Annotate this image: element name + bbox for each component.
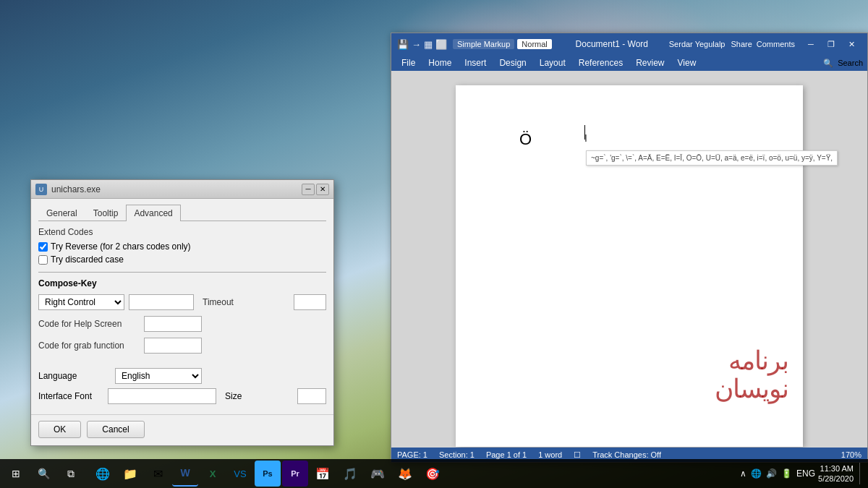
- word-window: 💾 → ▦ ⬜ Simple Markup Normal Document1 -…: [391, 33, 868, 463]
- word-watermark: برنامه نویسان: [715, 346, 788, 403]
- taskbar-premiere[interactable]: Pr: [282, 461, 308, 487]
- section-divider: [38, 272, 326, 273]
- extend-codes-label: Extend Codes: [38, 227, 326, 237]
- interface-font-label: Interface Font: [38, 391, 103, 401]
- word-page[interactable]: Ö I ~g=`, 'g=`, \=`, A=Ä, E=Ë, I=Ï, O=Ö,…: [456, 85, 803, 447]
- compose-key-select[interactable]: Right Control: [38, 294, 124, 310]
- unichar-dialog: U unichars.exe ─ ✕ General Tooltip Advan…: [30, 179, 334, 446]
- checkbox-try-reverse-row: Try Reverse (for 2 chars codes only): [38, 241, 326, 252]
- dialog-close-btn[interactable]: ✕: [316, 184, 329, 195]
- compose-key-header: Compose-Key: [38, 278, 326, 288]
- dialog-controls: ─ ✕: [302, 184, 329, 195]
- taskbar-word[interactable]: W: [172, 461, 198, 487]
- dialog-footer: OK Cancel: [31, 414, 333, 445]
- code-grab-input[interactable]: F2: [144, 338, 202, 354]
- taskbar-mail[interactable]: ✉: [145, 461, 171, 487]
- menu-view[interactable]: View: [672, 56, 702, 69]
- code-grab-row: Code for grab function F2: [38, 338, 326, 354]
- taskbar-ps[interactable]: Ps: [255, 461, 281, 487]
- compose-key-extra-input[interactable]: [129, 294, 194, 310]
- checkbox-try-reverse[interactable]: [38, 242, 48, 252]
- code-help-input[interactable]: F1: [144, 316, 202, 332]
- tray-lang[interactable]: ENG: [796, 468, 815, 479]
- start-button[interactable]: ⊞: [3, 461, 29, 487]
- menu-review[interactable]: Review: [630, 56, 670, 69]
- clock[interactable]: 11:30 AM 5/28/2020: [818, 463, 854, 484]
- word-minimize-btn[interactable]: ─: [801, 33, 821, 55]
- search-button[interactable]: 🔍: [30, 461, 56, 487]
- dialog-app-icon: U: [35, 184, 47, 195]
- interface-font-input[interactable]: Arial: [108, 388, 216, 404]
- font-row: Interface Font Arial Size 10: [38, 388, 326, 404]
- proofing-icon[interactable]: ☐: [574, 450, 581, 460]
- language-row: Language English: [38, 368, 326, 384]
- menu-design[interactable]: Design: [493, 56, 532, 69]
- word-back-icon[interactable]: →: [412, 39, 421, 50]
- word-view-icon[interactable]: ⬜: [435, 39, 447, 50]
- word-share-btn[interactable]: Share: [731, 40, 752, 48]
- show-desktop-btn[interactable]: [859, 463, 862, 484]
- tray-network-icon[interactable]: 🌐: [751, 468, 762, 479]
- search-label[interactable]: Search: [838, 59, 863, 67]
- page-char: Ö: [519, 130, 532, 149]
- taskbar-right: ∧ 🌐 🔊 🔋 ENG 11:30 AM 5/28/2020: [734, 463, 868, 484]
- status-pages: Page 1 of 1: [486, 450, 527, 459]
- clock-date: 5/28/2020: [818, 474, 854, 484]
- menu-home[interactable]: Home: [422, 56, 457, 69]
- taskbar-apps: 🌐 📁 ✉ W X VS Ps Pr 📅 🎵 🎮 🦊 🎯: [87, 461, 448, 487]
- dialog-minimize-btn[interactable]: ─: [302, 184, 315, 195]
- menu-insert[interactable]: Insert: [459, 56, 492, 69]
- word-titlebar-icons: 💾 → ▦ ⬜: [397, 39, 447, 50]
- language-label: Language: [38, 371, 111, 381]
- tray-volume-icon[interactable]: 🔊: [766, 468, 777, 479]
- tab-advanced[interactable]: Advanced: [126, 205, 180, 221]
- word-close-btn[interactable]: ✕: [841, 33, 861, 55]
- word-style-dropdown[interactable]: Normal: [517, 39, 551, 49]
- taskbar-spotify[interactable]: 🎵: [337, 461, 363, 487]
- tab-tooltip[interactable]: Tooltip: [85, 205, 127, 221]
- tray-battery-icon[interactable]: 🔋: [781, 468, 792, 479]
- checkbox-try-discard-label: Try discarded case: [51, 254, 124, 265]
- taskbar-app3[interactable]: 🎯: [420, 461, 446, 487]
- taskbar-explorer[interactable]: 📁: [117, 461, 143, 487]
- menu-file[interactable]: File: [396, 56, 421, 69]
- word-comments-btn[interactable]: Comments: [757, 40, 795, 48]
- tab-general[interactable]: General: [38, 205, 85, 221]
- word-title: Document1 - Word: [555, 39, 669, 49]
- word-markup-dropdown[interactable]: Simple Markup: [453, 39, 514, 49]
- search-icon: 🔍: [823, 59, 833, 68]
- status-words: 1 word: [538, 450, 562, 459]
- taskbar-calendar[interactable]: 📅: [310, 461, 336, 487]
- size-input[interactable]: 10: [297, 388, 326, 404]
- checkbox-try-discard-row: Try discarded case: [38, 254, 326, 265]
- timeout-label: Timeout: [203, 297, 289, 307]
- word-statusbar-right: 170%: [841, 450, 861, 459]
- checkbox-try-discard[interactable]: [38, 255, 48, 265]
- menu-references[interactable]: References: [573, 56, 629, 69]
- status-page: PAGE: 1: [397, 450, 427, 459]
- taskview-button[interactable]: ⧉: [58, 461, 84, 487]
- taskbar-left: ⊞ 🔍 ⧉: [0, 461, 87, 487]
- taskbar-app2[interactable]: 🦊: [392, 461, 418, 487]
- dialog-body: General Tooltip Advanced Extend Codes Tr…: [31, 199, 333, 414]
- word-titlebar: 💾 → ▦ ⬜ Simple Markup Normal Document1 -…: [391, 33, 867, 55]
- word-restore-btn[interactable]: ❐: [821, 33, 841, 55]
- status-track-changes: Track Changes: Off: [592, 450, 661, 459]
- taskbar: ⊞ 🔍 ⧉ 🌐 📁 ✉ W X VS Ps Pr 📅 🎵 🎮 🦊 🎯 ∧ 🌐 🔊: [0, 459, 868, 488]
- timeout-input[interactable]: 60: [294, 294, 326, 310]
- taskbar-vscode[interactable]: VS: [227, 461, 253, 487]
- word-save-icon[interactable]: 💾: [397, 39, 409, 50]
- ok-button[interactable]: OK: [38, 421, 81, 438]
- clock-time: 11:30 AM: [818, 463, 854, 474]
- taskbar-excel[interactable]: X: [200, 461, 226, 487]
- cancel-button[interactable]: Cancel: [87, 421, 144, 438]
- language-select[interactable]: English: [115, 368, 202, 384]
- taskbar-edge[interactable]: 🌐: [90, 461, 116, 487]
- word-menu: File Home Insert Design Layout Reference…: [391, 55, 867, 71]
- desktop: 💾 → ▦ ⬜ Simple Markup Normal Document1 -…: [0, 0, 868, 488]
- taskbar-app1[interactable]: 🎮: [365, 461, 391, 487]
- word-layout-icon[interactable]: ▦: [424, 39, 433, 50]
- tray-up-arrow[interactable]: ∧: [740, 468, 746, 479]
- menu-layout[interactable]: Layout: [534, 56, 571, 69]
- code-grab-label: Code for grab function: [38, 341, 140, 351]
